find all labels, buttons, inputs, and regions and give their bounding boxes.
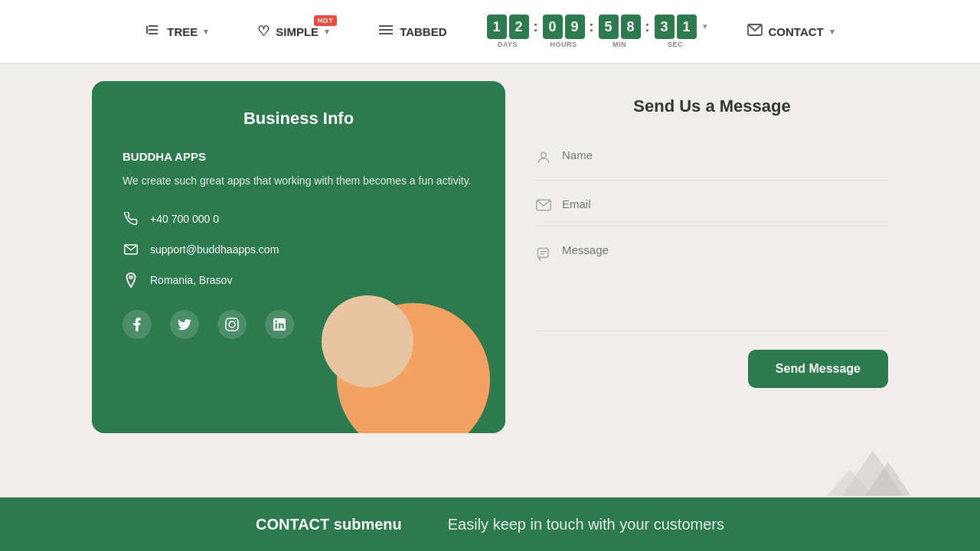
days-d2: 2: [509, 15, 529, 39]
tree-chevron: ▾: [204, 27, 208, 37]
company-description: We create such great apps that working w…: [122, 172, 475, 189]
phone-icon: [122, 210, 139, 227]
message-icon: [536, 246, 551, 266]
email-form-icon: [536, 199, 551, 215]
min-label: MIN: [612, 41, 626, 48]
person-icon: [536, 150, 551, 169]
instagram-icon[interactable]: [217, 310, 247, 339]
linkedin-icon[interactable]: [265, 310, 294, 339]
name-input[interactable]: [562, 148, 888, 161]
min-d2: 8: [621, 15, 641, 39]
nav-item-tabbed[interactable]: TABBED: [369, 18, 456, 46]
business-card-title: Business Info: [122, 109, 475, 129]
facebook-icon[interactable]: [122, 310, 152, 339]
tree-label: TREE: [167, 25, 198, 38]
email-input[interactable]: [562, 197, 888, 210]
sep3: :: [644, 19, 652, 35]
send-message-button[interactable]: Send Message: [748, 350, 888, 388]
form-title: Send Us a Message: [536, 96, 888, 116]
contact-form-section: Send Us a Message: [536, 81, 888, 433]
sec-d2: 1: [677, 15, 697, 39]
countdown-hours: 0 9 HOURS: [543, 15, 585, 48]
heart-icon: ♡: [257, 23, 270, 40]
form-actions: Send Message: [536, 350, 888, 388]
countdown-days: 1 2 DAYS: [487, 15, 529, 48]
nav-item-contact[interactable]: CONTACT ▾: [738, 18, 844, 46]
hours-label: HOURS: [550, 41, 577, 48]
name-field: [536, 138, 888, 181]
main-content: Business Info BUDDHA APPS We create such…: [0, 63, 980, 452]
phone-item: +40 700 000 0: [122, 210, 475, 227]
business-card: Business Info BUDDHA APPS We create such…: [92, 81, 505, 433]
deco-circle-small: [322, 295, 413, 387]
navbar: TREE ▾ HOT ♡ SIMPLE ▾ TABBED 1 2 DAYS :: [0, 0, 980, 63]
nav-item-simple[interactable]: HOT ♡ SIMPLE ▾: [248, 17, 338, 46]
simple-label: SIMPLE: [276, 25, 318, 38]
sec-label: SEC: [668, 41, 683, 48]
svg-point-11: [229, 321, 235, 328]
tabbed-label: TABBED: [400, 25, 446, 38]
nav-item-tree[interactable]: TREE ▾: [136, 16, 217, 47]
svg-rect-10: [226, 318, 238, 331]
countdown-sec: 3 1 SEC: [655, 15, 697, 48]
twitter-icon[interactable]: [170, 310, 199, 339]
email-text: support@buddhaapps.com: [150, 243, 279, 256]
tree-icon: [145, 22, 161, 41]
hours-d1: 0: [543, 15, 563, 39]
banner-title: CONTACT submenu: [256, 516, 402, 533]
days-label: DAYS: [498, 41, 518, 48]
simple-chevron: ▾: [325, 27, 329, 37]
company-name: BUDDHA APPS: [122, 150, 475, 163]
countdown-chevron: ▾: [703, 21, 707, 31]
email-field: [536, 187, 888, 227]
address-item: Romania, Brasov: [122, 272, 475, 289]
sec-d1: 3: [655, 15, 675, 39]
location-icon: [122, 272, 139, 289]
hot-badge: HOT: [314, 15, 338, 26]
min-d1: 5: [599, 15, 619, 39]
message-field: [536, 233, 888, 331]
bottom-banner: CONTACT submenu Easily keep in touch wit…: [0, 497, 980, 551]
countdown-min: 5 8 MIN: [599, 15, 641, 48]
days-d1: 1: [487, 15, 507, 39]
message-input[interactable]: [562, 243, 888, 320]
svg-rect-15: [538, 249, 548, 258]
address-text: Romania, Brasov: [150, 274, 232, 286]
email-item: support@buddhaapps.com: [122, 241, 475, 258]
contact-chevron: ▾: [830, 27, 835, 37]
phone-text: +40 700 000 0: [150, 213, 219, 225]
tabbed-icon: [378, 24, 394, 40]
mountain-decoration: [827, 435, 919, 496]
svg-point-13: [541, 152, 547, 158]
hours-d2: 9: [565, 15, 585, 39]
sep1: :: [532, 19, 540, 35]
sep2: :: [588, 19, 596, 35]
svg-point-12: [235, 321, 237, 322]
banner-subtitle: Easily keep in touch with your customers: [448, 516, 724, 533]
countdown: 1 2 DAYS : 0 9 HOURS : 5 8 MIN : 3 1: [487, 15, 707, 48]
email-icon: [122, 241, 139, 258]
contact-label: CONTACT: [769, 25, 824, 38]
svg-point-9: [129, 276, 132, 279]
social-row: [122, 310, 475, 339]
mail-icon: [747, 24, 763, 40]
